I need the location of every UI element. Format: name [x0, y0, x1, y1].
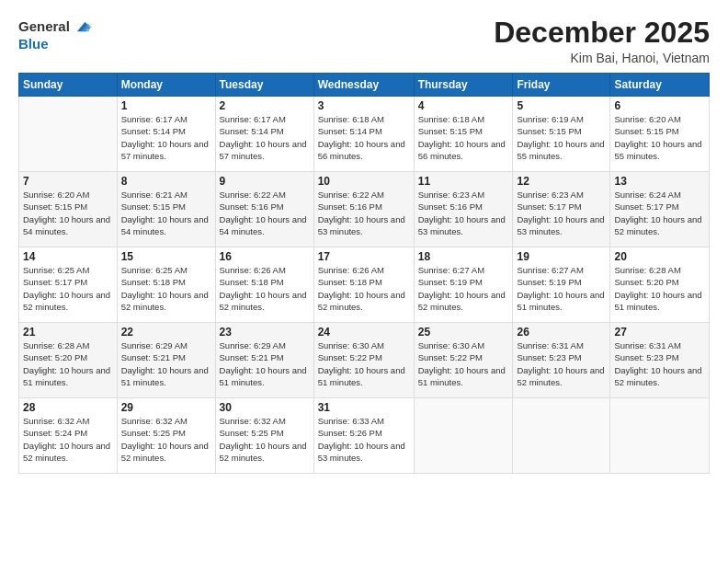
calendar-week-row-0: 1Sunrise: 6:17 AMSunset: 5:14 PMDaylight… — [19, 97, 710, 172]
calendar-cell: 17Sunrise: 6:26 AMSunset: 5:18 PMDayligh… — [313, 247, 414, 323]
day-info: Sunrise: 6:28 AMSunset: 5:20 PMDaylight:… — [23, 339, 113, 388]
calendar-cell: 28Sunrise: 6:32 AMSunset: 5:24 PMDayligh… — [19, 398, 118, 474]
day-info: Sunrise: 6:20 AMSunset: 5:15 PMDaylight:… — [614, 113, 705, 162]
day-number: 12 — [517, 175, 606, 188]
day-info: Sunrise: 6:27 AMSunset: 5:19 PMDaylight:… — [418, 264, 509, 313]
calendar-cell: 16Sunrise: 6:26 AMSunset: 5:18 PMDayligh… — [215, 247, 313, 323]
day-number: 19 — [517, 250, 606, 263]
logo-box: General Blue — [18, 17, 92, 52]
calendar-cell: 19Sunrise: 6:27 AMSunset: 5:19 PMDayligh… — [513, 247, 610, 323]
day-number: 23 — [220, 326, 310, 339]
calendar-week-row-1: 7Sunrise: 6:20 AMSunset: 5:15 PMDaylight… — [19, 172, 710, 247]
calendar-cell — [610, 398, 710, 474]
day-info: Sunrise: 6:30 AMSunset: 5:22 PMDaylight:… — [318, 339, 410, 388]
day-info: Sunrise: 6:21 AMSunset: 5:15 PMDaylight:… — [121, 189, 211, 237]
calendar-week-row-3: 21Sunrise: 6:28 AMSunset: 5:20 PMDayligh… — [19, 323, 710, 398]
day-info: Sunrise: 6:19 AMSunset: 5:15 PMDaylight:… — [517, 113, 606, 162]
day-number: 20 — [614, 250, 705, 263]
page: General Blue December 2025 Kim Bai, Hano… — [0, 0, 728, 563]
day-number: 22 — [121, 326, 211, 339]
header: General Blue December 2025 Kim Bai, Hano… — [18, 17, 710, 65]
day-number: 25 — [418, 326, 509, 339]
calendar-cell: 1Sunrise: 6:17 AMSunset: 5:14 PMDaylight… — [117, 97, 215, 172]
day-info: Sunrise: 6:29 AMSunset: 5:21 PMDaylight:… — [121, 339, 211, 388]
header-friday: Friday — [513, 74, 610, 97]
day-info: Sunrise: 6:31 AMSunset: 5:23 PMDaylight:… — [517, 339, 606, 388]
day-info: Sunrise: 6:30 AMSunset: 5:22 PMDaylight:… — [418, 339, 509, 388]
day-number: 29 — [121, 401, 211, 414]
calendar-cell — [19, 97, 118, 172]
calendar-cell: 27Sunrise: 6:31 AMSunset: 5:23 PMDayligh… — [610, 323, 710, 398]
day-number: 14 — [23, 250, 113, 263]
day-number: 11 — [418, 175, 509, 188]
calendar-cell: 10Sunrise: 6:22 AMSunset: 5:16 PMDayligh… — [313, 172, 414, 247]
day-info: Sunrise: 6:32 AMSunset: 5:25 PMDaylight:… — [220, 415, 310, 464]
day-number: 6 — [614, 99, 705, 112]
logo-blue: Blue — [18, 37, 49, 52]
day-number: 2 — [220, 99, 310, 112]
day-number: 4 — [418, 99, 509, 112]
month-title: December 2025 — [494, 17, 710, 49]
calendar-cell: 14Sunrise: 6:25 AMSunset: 5:17 PMDayligh… — [19, 247, 118, 323]
calendar-cell: 3Sunrise: 6:18 AMSunset: 5:14 PMDaylight… — [313, 97, 414, 172]
day-info: Sunrise: 6:18 AMSunset: 5:14 PMDaylight:… — [318, 113, 410, 162]
day-number: 1 — [121, 99, 211, 112]
day-info: Sunrise: 6:32 AMSunset: 5:24 PMDaylight:… — [23, 415, 113, 464]
calendar-week-row-4: 28Sunrise: 6:32 AMSunset: 5:24 PMDayligh… — [19, 398, 710, 474]
title-area: December 2025 Kim Bai, Hanoi, Vietnam — [494, 17, 710, 65]
calendar-cell: 23Sunrise: 6:29 AMSunset: 5:21 PMDayligh… — [215, 323, 313, 398]
calendar-cell: 15Sunrise: 6:25 AMSunset: 5:18 PMDayligh… — [117, 247, 215, 323]
location: Kim Bai, Hanoi, Vietnam — [494, 51, 710, 65]
calendar-cell: 11Sunrise: 6:23 AMSunset: 5:16 PMDayligh… — [414, 172, 513, 247]
day-info: Sunrise: 6:24 AMSunset: 5:17 PMDaylight:… — [614, 189, 705, 237]
calendar-cell — [513, 398, 610, 474]
day-number: 13 — [614, 175, 705, 188]
calendar-cell: 12Sunrise: 6:23 AMSunset: 5:17 PMDayligh… — [513, 172, 610, 247]
day-number: 27 — [614, 326, 705, 339]
calendar-cell: 18Sunrise: 6:27 AMSunset: 5:19 PMDayligh… — [414, 247, 513, 323]
day-info: Sunrise: 6:17 AMSunset: 5:14 PMDaylight:… — [220, 113, 310, 162]
calendar-cell: 20Sunrise: 6:28 AMSunset: 5:20 PMDayligh… — [610, 247, 710, 323]
day-number: 9 — [220, 175, 310, 188]
calendar-cell: 25Sunrise: 6:30 AMSunset: 5:22 PMDayligh… — [414, 323, 513, 398]
day-info: Sunrise: 6:18 AMSunset: 5:15 PMDaylight:… — [418, 113, 509, 162]
day-number: 26 — [517, 326, 606, 339]
day-info: Sunrise: 6:23 AMSunset: 5:16 PMDaylight:… — [418, 189, 509, 237]
day-info: Sunrise: 6:23 AMSunset: 5:17 PMDaylight:… — [517, 189, 606, 237]
logo-area: General Blue — [18, 17, 92, 52]
calendar-cell: 29Sunrise: 6:32 AMSunset: 5:25 PMDayligh… — [117, 398, 215, 474]
day-info: Sunrise: 6:28 AMSunset: 5:20 PMDaylight:… — [614, 264, 705, 313]
day-number: 10 — [318, 175, 410, 188]
calendar: Sunday Monday Tuesday Wednesday Thursday… — [18, 73, 710, 474]
day-info: Sunrise: 6:33 AMSunset: 5:26 PMDaylight:… — [318, 415, 410, 464]
calendar-cell: 31Sunrise: 6:33 AMSunset: 5:26 PMDayligh… — [313, 398, 414, 474]
day-number: 18 — [418, 250, 509, 263]
header-monday: Monday — [117, 74, 215, 97]
logo-icon — [72, 17, 92, 37]
day-number: 28 — [23, 401, 113, 414]
calendar-cell: 2Sunrise: 6:17 AMSunset: 5:14 PMDaylight… — [215, 97, 313, 172]
calendar-cell: 13Sunrise: 6:24 AMSunset: 5:17 PMDayligh… — [610, 172, 710, 247]
day-number: 21 — [23, 326, 113, 339]
calendar-cell: 6Sunrise: 6:20 AMSunset: 5:15 PMDaylight… — [610, 97, 710, 172]
day-info: Sunrise: 6:31 AMSunset: 5:23 PMDaylight:… — [614, 339, 705, 388]
day-info: Sunrise: 6:25 AMSunset: 5:17 PMDaylight:… — [23, 264, 113, 313]
header-tuesday: Tuesday — [215, 74, 313, 97]
header-saturday: Saturday — [610, 74, 710, 97]
logo-general: General — [18, 19, 70, 35]
day-number: 30 — [220, 401, 310, 414]
calendar-cell: 4Sunrise: 6:18 AMSunset: 5:15 PMDaylight… — [414, 97, 513, 172]
day-number: 8 — [121, 175, 211, 188]
day-info: Sunrise: 6:26 AMSunset: 5:18 PMDaylight:… — [318, 264, 410, 313]
day-info: Sunrise: 6:25 AMSunset: 5:18 PMDaylight:… — [121, 264, 211, 313]
calendar-cell: 5Sunrise: 6:19 AMSunset: 5:15 PMDaylight… — [513, 97, 610, 172]
day-number: 24 — [318, 326, 410, 339]
calendar-cell: 21Sunrise: 6:28 AMSunset: 5:20 PMDayligh… — [19, 323, 118, 398]
day-number: 5 — [517, 99, 606, 112]
day-info: Sunrise: 6:29 AMSunset: 5:21 PMDaylight:… — [220, 339, 310, 388]
day-info: Sunrise: 6:20 AMSunset: 5:15 PMDaylight:… — [23, 189, 113, 237]
day-number: 16 — [220, 250, 310, 263]
weekday-header-row: Sunday Monday Tuesday Wednesday Thursday… — [19, 74, 710, 97]
day-info: Sunrise: 6:26 AMSunset: 5:18 PMDaylight:… — [220, 264, 310, 313]
day-number: 17 — [318, 250, 410, 263]
